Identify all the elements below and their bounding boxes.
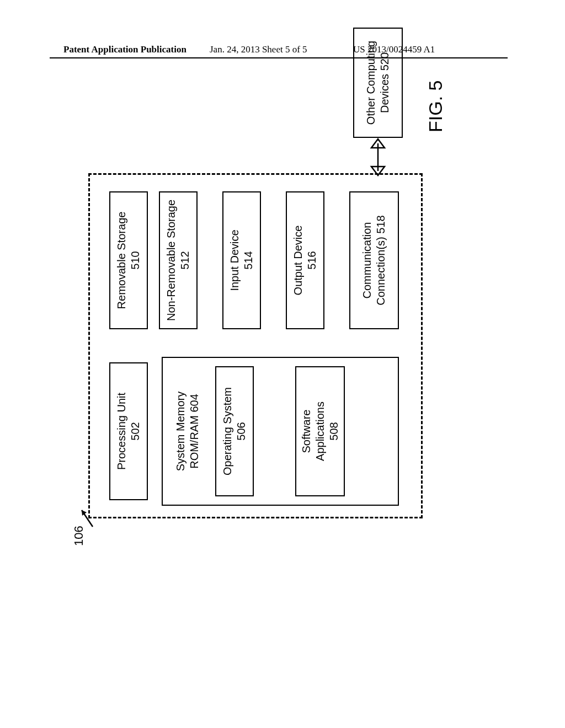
- figure-5: 106 Processing Unit 502 System Memory RO…: [55, 66, 508, 563]
- header-mid: Jan. 24, 2013 Sheet 5 of 5: [210, 44, 307, 55]
- operating-system-num: 506: [234, 422, 248, 440]
- non-removable-storage-label: Non-Removable Storage: [164, 200, 178, 321]
- non-removable-storage-num: 512: [178, 251, 192, 269]
- operating-system-label: Operating System: [221, 387, 234, 475]
- system-memory-group: System Memory ROM/RAM 604 Operating Syst…: [162, 357, 399, 506]
- software-applications-box: Software Applications 508: [295, 366, 345, 496]
- output-device-label: Output Device: [291, 226, 305, 296]
- communication-connections-box: Communication Connection(s) 518: [349, 191, 399, 329]
- removable-storage-num: 510: [129, 251, 142, 269]
- operating-system-box: Operating System 506: [215, 366, 254, 496]
- removable-storage-label: Removable Storage: [115, 212, 129, 309]
- software-applications-num: 508: [327, 422, 341, 440]
- output-device-num: 516: [305, 251, 319, 269]
- header-left: Patent Application Publication: [63, 44, 186, 55]
- figure-caption: FIG. 5: [425, 81, 446, 132]
- system-memory-label: System Memory ROM/RAM 604: [174, 392, 201, 471]
- processing-unit-box: Processing Unit 502: [109, 362, 148, 500]
- input-device-label: Input Device: [228, 229, 242, 291]
- figure-wrapper: 106 Processing Unit 502 System Memory RO…: [55, 110, 508, 607]
- communication-connections-label: Communication Connection(s) 518: [360, 215, 388, 305]
- processing-unit-label: Processing Unit: [115, 393, 129, 470]
- header-rule: [50, 57, 508, 58]
- system-memory-header: System Memory ROM/RAM 604: [168, 363, 207, 499]
- non-removable-storage-box: Non-Removable Storage 512: [159, 191, 198, 329]
- output-device-box: Output Device 516: [286, 191, 324, 329]
- processing-unit-num: 502: [129, 422, 142, 440]
- input-device-num: 514: [242, 251, 255, 269]
- input-device-box: Input Device 514: [222, 191, 261, 329]
- removable-storage-box: Removable Storage 510: [109, 191, 148, 329]
- computing-device-boundary: Processing Unit 502 System Memory ROM/RA…: [88, 173, 423, 518]
- software-applications-label: Software Applications: [300, 402, 327, 461]
- bidirectional-arrow-icon: [361, 138, 395, 176]
- page: Patent Application Publication Jan. 24, …: [0, 0, 565, 728]
- other-computing-devices-label: Other Computing Devices 520: [364, 41, 392, 125]
- other-computing-devices-box: Other Computing Devices 520: [353, 28, 403, 138]
